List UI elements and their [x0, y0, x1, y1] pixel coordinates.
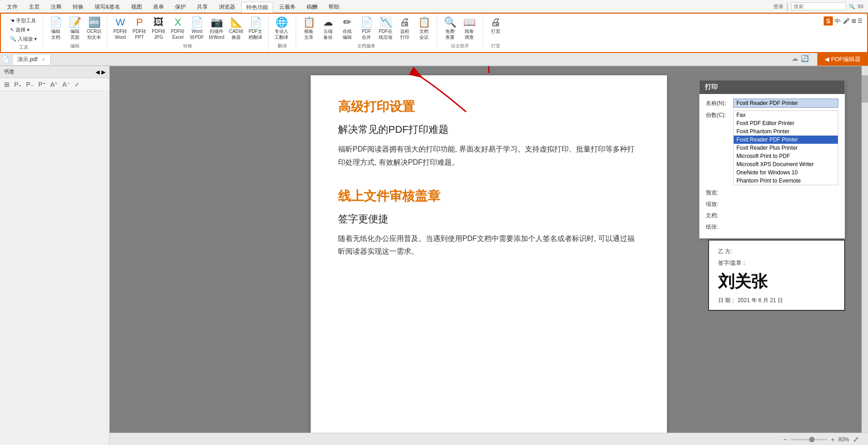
- btn-ocr[interactable]: 🔤 OCR识别文本: [85, 16, 103, 41]
- tab-sign[interactable]: 填写&签名: [90, 1, 125, 12]
- tab-home[interactable]: 主页: [24, 1, 45, 12]
- btn-select[interactable]: ↖ 选择 ▾: [8, 26, 39, 34]
- btn-pdf-word[interactable]: W PDF转Word: [111, 16, 129, 41]
- btn-pdf-jpg[interactable]: 🖼 PDF转JPG: [149, 16, 168, 41]
- search-icon[interactable]: 🔍: [849, 4, 855, 10]
- btn-edit-page[interactable]: 📝 编辑页面: [66, 16, 84, 41]
- btn-edit-doc[interactable]: 📄 编辑文档: [47, 16, 65, 41]
- sidebar-nav-icons: ◀ ▶: [95, 69, 106, 75]
- btn-zoom[interactable]: 🔍 入缩放 ▾: [8, 35, 39, 43]
- printer-foxit-phantom[interactable]: Foxit Phantom Printer: [734, 127, 838, 136]
- tab-view[interactable]: 视图: [126, 1, 147, 12]
- printer-ms-xps[interactable]: Microsoft XPS Document Writer: [734, 160, 838, 168]
- pdf-excel-icon: X: [175, 17, 181, 27]
- btn-scan-word[interactable]: 📷 扫描件转Word: [207, 16, 226, 41]
- btn-template[interactable]: 📋 模板文库: [300, 16, 318, 41]
- login-btn[interactable]: 登录: [773, 3, 783, 10]
- search-input[interactable]: [791, 2, 846, 10]
- tab-form[interactable]: 表单: [148, 1, 169, 12]
- check-dupe-label: 免费查重: [445, 28, 455, 40]
- sidebar-btn-a2[interactable]: A⁻: [61, 80, 71, 89]
- zoom-plus-btn[interactable]: +: [831, 436, 835, 443]
- sidebar-header: 书签 ◀ ▶: [0, 66, 109, 78]
- sidebar-btn-check[interactable]: ✓: [73, 80, 81, 89]
- printer-foxit-reader[interactable]: Foxit Reader PDF Printer: [734, 136, 838, 144]
- btn-pro-translate[interactable]: 🌐 专业人工翻译: [272, 16, 291, 41]
- printer-fax[interactable]: Fax: [734, 111, 838, 119]
- signature-box: 乙 方: 签字/盖章： 刘关张 日 期： 2021 年 6 月 21 日: [708, 240, 845, 311]
- btn-pdf-merge[interactable]: 📄 PDF合并: [357, 16, 376, 41]
- sidebar-nav-prev[interactable]: ◀: [95, 69, 100, 75]
- tab-protect[interactable]: 保护: [170, 1, 191, 12]
- remote-print-label: 远程打印: [400, 28, 409, 40]
- tab-help[interactable]: 帮助: [323, 1, 344, 12]
- tab-file[interactable]: 文件: [2, 1, 23, 12]
- pdf-icon-tab: 📄: [2, 56, 10, 63]
- btn-survey[interactable]: 📖 阅卷调查: [460, 16, 478, 41]
- sidebar-btn-p2[interactable]: P₋: [25, 80, 35, 89]
- btn-doc-meeting[interactable]: 📋 文档会议: [415, 16, 433, 41]
- edit-doc-icon: 📄: [50, 17, 62, 27]
- btn-pdf-translate[interactable]: 📄 PDF文档翻译: [246, 16, 265, 41]
- file-tab-label: 演示.pdf: [17, 56, 37, 63]
- scan-word-label: 扫描件转Word: [209, 28, 224, 40]
- printer-ms-pdf[interactable]: Microsoft Print to PDF: [734, 152, 838, 160]
- file-tab-demo[interactable]: 演示.pdf ×: [12, 54, 51, 65]
- sidebar-btn-p3[interactable]: P⁺: [37, 80, 47, 89]
- tab-share[interactable]: 共享: [192, 1, 213, 12]
- pdf-excel-label: PDF转Excel: [171, 28, 185, 40]
- expand-btn[interactable]: ⤢: [853, 435, 859, 444]
- btn-hand-tool[interactable]: ☚ 手型工具: [8, 16, 39, 25]
- tab-comment[interactable]: 注释: [46, 1, 67, 12]
- section-print: 高级打印设置 解决常见的PDF打印难题 福昕PDF阅读器拥有强大的打印功能, 界…: [338, 98, 640, 169]
- sidebar-nav-next[interactable]: ▶: [101, 69, 106, 75]
- btn-print[interactable]: 🖨 打宽: [487, 16, 505, 35]
- cloud-sync-icon: 🔄: [801, 55, 809, 62]
- pro-translate-icon: 🌐: [275, 17, 288, 27]
- sidebar-btn-grid[interactable]: ⊞: [3, 80, 11, 89]
- sidebar-toolbar: ⊞ P₊ P₋ P⁺ A⁺ A⁻ ✓: [0, 78, 109, 91]
- cad-icon: 📐: [230, 17, 243, 27]
- print-dialog: 打印 名称(N): Foxit Reader PDF Printer 份数(C)…: [699, 80, 845, 239]
- btn-word-pdf[interactable]: 📄 Word转PDF: [188, 16, 206, 41]
- red-arrow-svg: [471, 66, 507, 75]
- printer-phantom-evernote[interactable]: Phantom Print to Evernote: [734, 177, 838, 185]
- zoom-slider[interactable]: [791, 439, 827, 440]
- group-translate: 🌐 专业人工翻译 翻译: [269, 16, 296, 50]
- btn-remote-print[interactable]: 🖨 远程打印: [396, 16, 414, 41]
- btn-cloud-backup[interactable]: ☁ 云端备份: [319, 16, 337, 41]
- cloud-icons: ☁ 🔄: [792, 55, 809, 62]
- printer-foxit-plus[interactable]: Foxit Reader Plus Printer: [734, 144, 838, 152]
- btn-pdf-compress[interactable]: 📉 PDF在线压缩: [376, 16, 395, 41]
- cloud-backup-icon: ☁: [323, 17, 333, 27]
- signature-date: 日 期： 2021 年 6 月 21 日: [718, 297, 835, 304]
- tab-special[interactable]: 特色功能: [241, 2, 273, 13]
- btn-cad[interactable]: 📐 CAD转换器: [227, 16, 245, 41]
- file-tab-close[interactable]: ×: [42, 57, 45, 62]
- btn-check-dupe[interactable]: 🔍 免费查重: [441, 16, 459, 41]
- sidebar-btn-a1[interactable]: A⁺: [49, 80, 59, 89]
- zoom-label: 入缩放 ▾: [18, 36, 37, 42]
- sidebar-btn-p1[interactable]: P₊: [13, 80, 23, 89]
- cloud-icon: ☁: [792, 55, 798, 62]
- btn-pdf-excel[interactable]: X PDF转Excel: [169, 16, 187, 41]
- pdf-jpg-label: PDF转JPG: [152, 28, 165, 40]
- tab-cloud[interactable]: 云服务: [274, 1, 301, 12]
- section-print-title: 高级打印设置: [338, 98, 640, 115]
- signature-party-label: 乙 方:: [718, 248, 835, 256]
- pdf-editor-button[interactable]: ◀ PDF编辑器: [817, 53, 868, 66]
- scrollbar-v[interactable]: [862, 66, 868, 433]
- select-icon: ↖: [10, 27, 14, 33]
- btn-pdf-ppt[interactable]: P PDF转PPT: [130, 16, 148, 41]
- zoom-level-display: 93: [858, 4, 863, 9]
- zoom-minus-btn[interactable]: −: [783, 436, 787, 443]
- print-name-input[interactable]: Foxit Reader PDF Printer: [733, 99, 838, 108]
- tab-convert[interactable]: 转换: [68, 1, 89, 12]
- printer-foxit-editor[interactable]: Foxit PDF Editor Printer: [734, 119, 838, 127]
- section-sign: 线上文件审核盖章 签字更便捷 随着无纸化办公应用普及。当遇到使用PDF文档中需要…: [338, 188, 640, 259]
- printer-onenote[interactable]: OneNote for Windows 10: [734, 168, 838, 177]
- tab-fee[interactable]: 稿酬: [302, 1, 323, 12]
- print-copies-value: Fax Foxit PDF Editor Printer Foxit Phant…: [733, 110, 838, 185]
- tab-browser[interactable]: 浏览器: [214, 1, 240, 12]
- btn-online-edit[interactable]: ✏ 在线编辑: [338, 16, 356, 41]
